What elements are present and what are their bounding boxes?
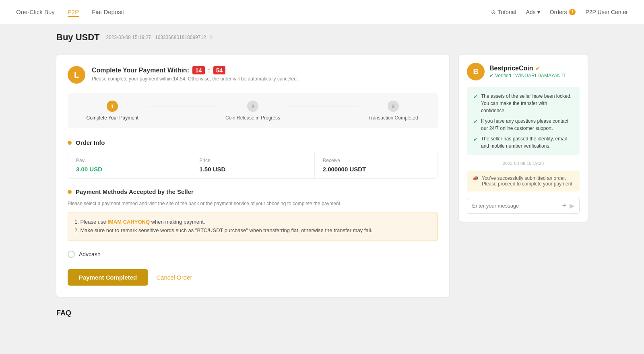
order-info-title: Order Info [76,139,105,146]
advcash-row: Advcash [68,251,438,258]
receive-label: Receive [323,158,429,163]
chevron-down-icon: ▾ [537,9,540,15]
faq-section: FAQ [40,309,604,338]
timer-colon: : [208,67,210,74]
order-info-table: Pay 3.00 USD Price 1.50 USD Receive 2.00… [68,152,438,179]
price-cell: Price 1.50 USD [191,152,314,178]
nav-orders[interactable]: Orders 1 [550,9,576,15]
step-2: 2 Coin Release in Progress [218,101,288,121]
left-panel: L Complete Your Payment Within: 14 : 54 … [56,55,449,297]
step-2-circle: 2 [247,101,258,112]
timer-seconds: 54 [213,66,226,74]
verified-badge-icon: ✔ [535,65,540,72]
order-timestamp: 2023-03-08 15:19:27 [106,35,151,40]
step-3: 3 Transaction Completed [358,101,428,121]
order-info-dot [68,141,72,145]
main-content: L Complete Your Payment Within: 14 : 54 … [40,43,604,309]
chat-input-row: + ▶ [467,198,580,214]
payment-methods-title: Payment Methods Accepted by the Seller [76,188,194,195]
check-icon-1: ✔ [473,93,478,101]
check-icon-3: ✔ [473,136,478,144]
orders-badge: 1 [569,9,576,15]
advcash-radio[interactable] [68,251,75,258]
step-line-2 [288,107,358,107]
page-meta: 2023-03-08 15:19:27 1633366801818099712 … [106,35,213,40]
receive-cell: Receive 2.000000 USDT [315,152,438,178]
timer-avatar: L [68,66,85,84]
step-3-label: Transaction Completed [368,115,418,121]
payment-notice: 1. Please use IMAM CAHYONQ when making p… [68,212,438,241]
right-panel: B BestpriceCoin ✔ ✔ Verified : WINDARI D… [459,55,588,297]
faq-title: FAQ [56,309,588,317]
chat-speaker-icon: 📣 [473,175,479,181]
seller-info: BestpriceCoin ✔ ✔ Verified : WINDARI DAM… [489,65,565,78]
seller-verified-text: ✔ Verified : WINDARI DAMAYANTI [489,73,565,78]
seller-name: BestpriceCoin ✔ [489,65,565,72]
nav-left: One-Click Buy P2P Fiat Deposit [16,7,124,17]
pay-cell: Pay 3.00 USD [68,152,191,178]
price-value: 1.50 USD [199,166,306,173]
nav-ads[interactable]: Ads ▾ [526,9,540,15]
info-item-2: ✔ If you have any questions please conta… [473,117,573,132]
order-id: 1633366801818099712 [155,35,206,40]
pay-label: Pay [76,158,183,163]
page-title-row: Buy USDT 2023-03-08 15:19:27 16333668018… [40,24,604,43]
info-item-3: ✔ The seller has passed the identity, em… [473,135,573,150]
pay-value: 3.00 USD [76,166,183,173]
step-1-circle: 1 [107,101,118,112]
copy-icon[interactable]: ⎘ [210,35,213,40]
chat-send-icon[interactable]: ▶ [570,202,574,210]
seller-header: B BestpriceCoin ✔ ✔ Verified : WINDARI D… [467,63,580,80]
timer-subtext: Please complete your payment within 14:5… [92,76,298,82]
button-row: Payment Completed Cancel Order [68,269,438,286]
payment-methods-dot [68,190,72,194]
payment-methods-header: Payment Methods Accepted by the Seller [68,188,438,195]
payment-notice-line2: 2. Make sure not to remark sensitive wor… [74,226,431,235]
highlight-name: IMAM CAHYONQ [107,219,150,225]
payment-notice-line1: 1. Please use IMAM CAHYONQ when making p… [74,218,431,226]
timer-minutes: 14 [192,66,205,74]
circle-play-icon: ⊙ [491,9,496,15]
timer-content: Complete Your Payment Within: 14 : 54 Pl… [92,66,298,82]
nav-p2p-user-center[interactable]: P2P User Center [585,9,628,15]
chat-input[interactable] [472,203,559,209]
payment-completed-button[interactable]: Payment Completed [68,269,148,286]
check-icon-2: ✔ [473,118,478,126]
step-2-label: Coin Release in Progress [225,115,280,121]
nav-p2p[interactable]: P2P [68,7,79,17]
advcash-label: Advcash [79,251,101,257]
navigation: One-Click Buy P2P Fiat Deposit ⊙ Tutoria… [0,0,644,24]
payment-methods-section: Payment Methods Accepted by the Seller P… [68,188,438,241]
step-1: 1 Complete Your Payment [77,101,147,121]
nav-tutorial[interactable]: ⊙ Tutorial [491,9,516,15]
receive-value: 2.000000 USDT [323,166,429,173]
seller-card: B BestpriceCoin ✔ ✔ Verified : WINDARI D… [459,55,588,222]
payment-methods-subtext: Please select a payment method and visit… [68,201,438,206]
page-title: Buy USDT [56,32,100,43]
seller-info-box: ✔ The assets of the seller have been loc… [467,87,580,155]
step-3-circle: 3 [388,101,399,112]
chat-plus-icon[interactable]: + [562,202,566,210]
step-1-label: Complete Your Payment [86,115,138,121]
cancel-order-button[interactable]: Cancel Order [156,274,192,281]
step-line-1 [147,107,217,107]
check-verified-icon: ✔ [489,73,493,78]
timer-heading: Complete Your Payment Within: 14 : 54 [92,66,298,74]
info-item-1: ✔ The assets of the seller have been loc… [473,93,573,114]
nav-one-click-buy[interactable]: One-Click Buy [16,7,55,17]
chat-timestamp: 2023-03-08 15:19:28 [467,161,580,166]
order-info-header: Order Info [68,139,438,146]
order-info-row: Pay 3.00 USD Price 1.50 USD Receive 2.00… [68,152,438,178]
seller-avatar: B [467,63,485,80]
timer-section: L Complete Your Payment Within: 14 : 54 … [68,66,438,84]
steps-container: 1 Complete Your Payment 2 Coin Release i… [68,93,438,128]
nav-right: ⊙ Tutorial Ads ▾ Orders 1 P2P User Cente… [491,9,628,15]
chat-message: 📣 You've successfully submitted an order… [467,171,580,191]
nav-fiat-deposit[interactable]: Fiat Deposit [92,7,124,17]
price-label: Price [199,158,306,163]
